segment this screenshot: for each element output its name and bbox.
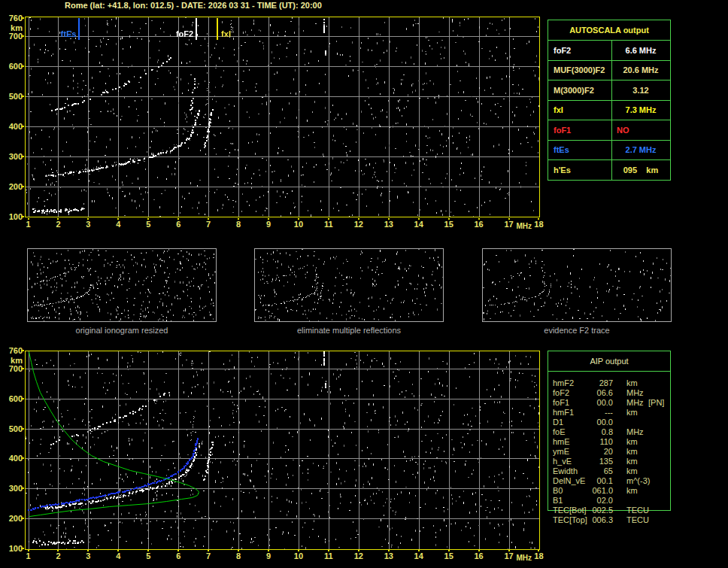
ionogram-plot-autoscala bbox=[25, 17, 540, 217]
y-axis-tick bbox=[21, 216, 24, 217]
x-axis-tick-label: 6 bbox=[176, 551, 180, 560]
x-axis-tick bbox=[358, 550, 359, 551]
y-axis-tick bbox=[21, 186, 24, 187]
x-axis-tick bbox=[388, 218, 390, 220]
x-axis-tick-label: 11 bbox=[324, 551, 333, 560]
x-axis-tick bbox=[268, 218, 269, 220]
table-row: DelN_vE00.1m^(-3) bbox=[548, 476, 672, 486]
x-axis-tick bbox=[28, 218, 29, 220]
thumbnail-caption: evidence F2 trace bbox=[482, 326, 672, 335]
x-axis-tick bbox=[538, 550, 539, 551]
autoscala-table-title: AUTOSCALA output bbox=[548, 20, 670, 41]
x-axis-tick bbox=[418, 550, 420, 551]
x-axis-tick-label: 10 bbox=[294, 551, 303, 560]
x-axis-tick-label: 3 bbox=[86, 220, 90, 229]
aip-ionogram-canvas bbox=[26, 351, 539, 549]
x-axis-tick bbox=[448, 218, 450, 220]
x-axis-tick bbox=[508, 550, 510, 551]
y-axis-tick bbox=[21, 548, 24, 549]
table-cell-value: 65 bbox=[575, 466, 613, 475]
table-cell-label: foF1 bbox=[554, 126, 571, 135]
table-cell-value: 06.6 bbox=[575, 388, 613, 397]
x-axis-tick-label: 14 bbox=[414, 551, 423, 560]
x-axis-tick bbox=[538, 218, 539, 220]
x-axis-tick-label: 16 bbox=[474, 551, 483, 560]
x-axis-unit-label: MHz bbox=[517, 222, 532, 231]
table-row: ymE20km bbox=[548, 447, 672, 457]
table-row: foE0.8MHz bbox=[548, 427, 672, 437]
y-axis-tick-label: 600 bbox=[0, 394, 23, 403]
table-cell-label: h'Es bbox=[554, 166, 571, 175]
x-axis-tick bbox=[388, 550, 390, 551]
y-axis-tick-label: 760 bbox=[0, 14, 23, 23]
table-row: B0061.0km bbox=[548, 486, 672, 496]
table-cell-value: 061.0 bbox=[575, 486, 613, 495]
table-cell-unit: m^(-3) bbox=[626, 476, 650, 485]
table-cell-value: 2.7 MHz bbox=[612, 145, 669, 154]
x-axis-tick bbox=[117, 218, 119, 220]
table-cell-unit: km bbox=[626, 486, 638, 495]
y-axis-tick-label: 100 bbox=[0, 544, 23, 553]
table-cell-value: 006.3 bbox=[575, 515, 613, 524]
marker-label-ftEs: ftEs bbox=[61, 29, 77, 38]
x-axis-tick bbox=[238, 218, 239, 220]
y-axis-tick-label: 300 bbox=[0, 152, 23, 161]
y-axis-tick bbox=[21, 96, 24, 97]
x-axis-tick-label: 17 bbox=[504, 551, 513, 560]
thumbnail-canvas bbox=[28, 249, 216, 321]
x-axis-tick-label: 14 bbox=[414, 220, 423, 229]
x-axis-tick-label: 2 bbox=[56, 220, 60, 229]
table-cell-unit: km bbox=[626, 408, 638, 417]
x-axis-tick bbox=[478, 218, 480, 220]
thumbnail-canvas bbox=[255, 249, 443, 321]
x-axis-tick bbox=[87, 218, 89, 220]
table-cell-unit: MHz bbox=[626, 388, 644, 397]
thumbnail-caption: original ionogram resized bbox=[27, 326, 217, 335]
table-cell-extra: [PN] bbox=[648, 398, 664, 407]
x-axis-tick-label: 9 bbox=[266, 220, 271, 229]
x-axis-tick bbox=[208, 550, 209, 551]
table-cell-value: 110 bbox=[575, 437, 613, 446]
table-cell-label: Ewidth bbox=[553, 466, 578, 475]
x-axis-tick-label: 8 bbox=[236, 220, 241, 229]
table-row: ftEs2.7 MHz bbox=[548, 140, 670, 160]
x-axis-tick bbox=[328, 550, 329, 551]
table-cell-value: 287 bbox=[575, 378, 613, 387]
table-cell-label: B1 bbox=[553, 496, 563, 505]
x-axis-tick bbox=[478, 550, 480, 551]
x-axis-tick-label: 16 bbox=[474, 220, 483, 229]
table-cell-unit: TECU bbox=[626, 515, 649, 524]
x-axis-unit-label: MHz bbox=[517, 554, 532, 563]
y-axis-tick-label: 400 bbox=[0, 454, 23, 463]
table-row: TEC[Bot]002.5TECU bbox=[548, 506, 672, 515]
y-axis-unit-label: km bbox=[0, 23, 23, 32]
table-cell-value: 002.5 bbox=[575, 506, 613, 515]
y-axis-tick-label: 300 bbox=[0, 484, 23, 493]
y-axis-tick bbox=[21, 368, 24, 369]
table-cell-unit: km bbox=[626, 466, 638, 475]
y-axis-tick bbox=[21, 518, 24, 519]
table-cell-label: fxI bbox=[554, 105, 563, 114]
table-cell-unit: MHz bbox=[626, 398, 644, 407]
table-row: hmE110km bbox=[548, 437, 672, 447]
thumbnail-canvas bbox=[483, 249, 671, 321]
table-row: TEC[Top]006.3TECU bbox=[548, 515, 672, 525]
table-row: MUF(3000)F220.6 MHz bbox=[548, 60, 670, 80]
x-axis-tick bbox=[238, 550, 239, 551]
table-cell-unit: TECU bbox=[626, 506, 649, 515]
x-axis-tick-label: 15 bbox=[444, 551, 453, 560]
aip-table-title: AIP output bbox=[548, 351, 670, 372]
x-axis-tick-label: 5 bbox=[146, 220, 150, 229]
table-cell-unit: km bbox=[626, 378, 638, 387]
x-axis-tick-label: 13 bbox=[384, 220, 393, 229]
table-cell-value: 7.3 MHz bbox=[612, 105, 669, 114]
table-cell-unit: km bbox=[626, 447, 638, 456]
x-axis-tick-label: 3 bbox=[86, 551, 90, 560]
table-cell-value: 3.12 bbox=[612, 86, 669, 95]
table-cell-label: D1 bbox=[553, 418, 563, 427]
x-axis-tick bbox=[208, 218, 209, 220]
table-cell-value: 0.8 bbox=[575, 427, 613, 436]
y-axis-tick-label: 100 bbox=[0, 212, 23, 221]
x-axis-tick bbox=[268, 550, 269, 551]
x-axis-tick-label: 11 bbox=[324, 220, 333, 229]
